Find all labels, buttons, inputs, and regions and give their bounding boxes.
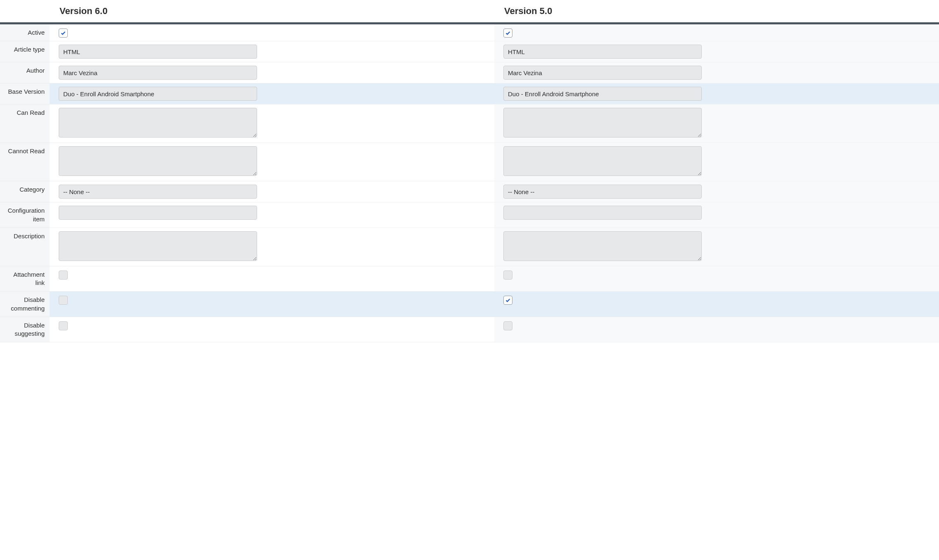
label-article-type: Article type <box>0 41 50 62</box>
configuration-item-input-right[interactable] <box>503 206 702 220</box>
version-header-row: Version 6.0 Version 5.0 <box>0 0 939 22</box>
label-author: Author <box>0 62 50 83</box>
header-empty-cell <box>0 0 50 22</box>
description-textarea-left[interactable] <box>59 231 257 261</box>
article-type-input-right[interactable] <box>503 45 702 59</box>
author-input-right[interactable] <box>503 66 702 80</box>
row-disable-commenting: Disable commenting <box>0 292 939 317</box>
row-attachment-link: Attachment link <box>0 266 939 292</box>
header-version-left: Version 6.0 <box>50 0 494 22</box>
active-checkbox-left[interactable] <box>59 28 68 38</box>
check-icon <box>505 30 511 36</box>
can-read-textarea-right[interactable] <box>503 108 702 138</box>
label-base-version: Base Version <box>0 83 50 104</box>
row-disable-suggesting: Disable suggesting <box>0 317 939 342</box>
category-input-left[interactable] <box>59 185 257 199</box>
disable-suggesting-checkbox-right[interactable] <box>503 321 512 330</box>
row-article-type: Article type <box>0 41 939 62</box>
disable-commenting-checkbox-left[interactable] <box>59 296 68 305</box>
article-type-input-left[interactable] <box>59 45 257 59</box>
row-category: Category <box>0 181 939 202</box>
row-configuration-item: Configuration item <box>0 202 939 228</box>
cannot-read-textarea-right[interactable] <box>503 146 702 176</box>
base-version-input-left[interactable] <box>59 87 257 101</box>
cannot-read-textarea-left[interactable] <box>59 146 257 176</box>
label-configuration-item: Configuration item <box>0 202 50 228</box>
version-compare-table: Version 6.0 Version 5.0 Active Article t… <box>0 0 939 342</box>
label-disable-commenting: Disable commenting <box>0 292 50 317</box>
label-attachment-link: Attachment link <box>0 266 50 292</box>
label-cannot-read: Cannot Read <box>0 143 50 181</box>
label-disable-suggesting: Disable suggesting <box>0 317 50 342</box>
label-active: Active <box>0 24 50 41</box>
disable-suggesting-checkbox-left[interactable] <box>59 321 68 330</box>
label-category: Category <box>0 181 50 202</box>
base-version-input-right[interactable] <box>503 87 702 101</box>
can-read-textarea-left[interactable] <box>59 108 257 138</box>
row-base-version: Base Version <box>0 83 939 104</box>
label-can-read: Can Read <box>0 104 50 143</box>
row-cannot-read: Cannot Read <box>0 143 939 181</box>
active-checkbox-right[interactable] <box>503 28 512 38</box>
disable-commenting-checkbox-right[interactable] <box>503 296 512 305</box>
attachment-link-checkbox-left[interactable] <box>59 271 68 280</box>
author-input-left[interactable] <box>59 66 257 80</box>
attachment-link-checkbox-right[interactable] <box>503 271 512 280</box>
header-version-right: Version 5.0 <box>494 0 939 22</box>
row-description: Description <box>0 228 939 266</box>
row-author: Author <box>0 62 939 83</box>
row-active: Active <box>0 24 939 41</box>
description-textarea-right[interactable] <box>503 231 702 261</box>
check-icon <box>505 297 511 303</box>
row-can-read: Can Read <box>0 104 939 143</box>
label-description: Description <box>0 228 50 266</box>
category-input-right[interactable] <box>503 185 702 199</box>
check-icon <box>60 30 66 36</box>
configuration-item-input-left[interactable] <box>59 206 257 220</box>
